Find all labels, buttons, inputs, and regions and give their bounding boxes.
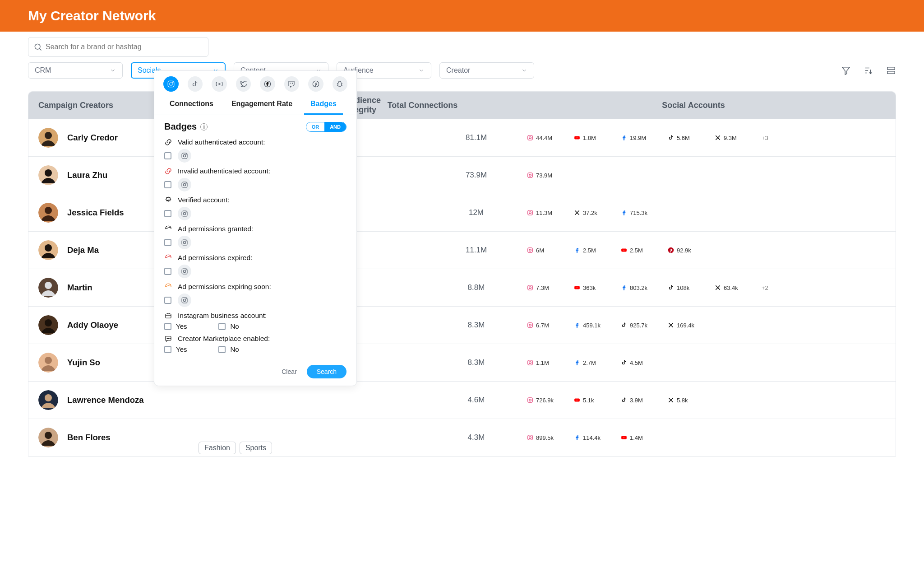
checkbox[interactable] — [164, 152, 171, 159]
svg-point-44 — [45, 394, 52, 401]
fb-icon — [574, 322, 580, 328]
instagram-pill[interactable] — [178, 207, 191, 220]
filter-creator[interactable]: Creator — [439, 62, 534, 79]
toggle-and[interactable]: AND — [324, 122, 346, 131]
total-connections: 4.6M — [434, 396, 518, 405]
svg-point-84 — [167, 338, 168, 339]
snapchat-icon[interactable] — [333, 76, 348, 92]
social-account: 63.4k — [715, 284, 757, 291]
info-icon[interactable]: i — [200, 123, 208, 131]
instagram-icon[interactable] — [163, 76, 179, 92]
social-account: 899.5k — [527, 434, 569, 441]
app-header: My Creator Network — [0, 0, 924, 32]
badge-type-icon — [164, 283, 172, 291]
svg-point-81 — [186, 298, 186, 299]
fb-icon — [574, 434, 580, 441]
checkbox[interactable] — [164, 297, 171, 304]
total-connections: 81.1M — [434, 133, 518, 142]
badge-type-icon — [164, 196, 172, 204]
tiktok-icon[interactable] — [188, 76, 203, 92]
badge-group: Invalid authenticated account: — [164, 167, 346, 191]
avatar — [38, 390, 58, 410]
social-account: 6.7M — [527, 322, 569, 329]
fb-icon — [621, 210, 627, 216]
tab-badges[interactable]: Badges — [304, 94, 343, 115]
social-account: 108k — [668, 284, 710, 291]
search-input[interactable] — [28, 37, 208, 57]
social-account: 9.3M — [715, 135, 757, 141]
yt-icon — [574, 284, 580, 291]
toggle-or[interactable]: OR — [306, 122, 325, 131]
creator-name: Deja Ma — [67, 245, 99, 255]
svg-point-17 — [529, 174, 531, 177]
instagram-pill[interactable] — [178, 294, 191, 307]
tag-chip[interactable]: Sports — [240, 442, 272, 454]
layout-icon[interactable] — [886, 65, 896, 75]
badge-type-icon — [164, 138, 172, 146]
youtube-icon[interactable] — [212, 76, 227, 92]
checkbox[interactable] — [164, 210, 171, 217]
svg-rect-6 — [887, 67, 895, 70]
instagram-pill[interactable] — [178, 265, 191, 278]
instagram-pill[interactable] — [178, 236, 191, 249]
badge-type-icon — [164, 167, 172, 175]
checkbox[interactable] — [164, 323, 171, 330]
pinterest-icon[interactable] — [308, 76, 323, 92]
avatar — [38, 353, 58, 373]
checkbox[interactable] — [164, 268, 171, 275]
ig-icon — [527, 434, 533, 441]
clear-button[interactable]: Clear — [282, 368, 296, 375]
avatar — [38, 165, 58, 185]
search-field[interactable] — [28, 37, 208, 57]
table-row[interactable]: Lawrence Mendoza 4.6M 726.9k5.1k3.9M5.8k — [28, 381, 896, 419]
logic-toggle[interactable]: OR AND — [306, 122, 346, 132]
more-accounts[interactable]: +2 — [762, 284, 804, 291]
checkbox[interactable] — [164, 239, 171, 246]
svg-point-15 — [45, 169, 52, 177]
search-button[interactable]: Search — [307, 365, 346, 378]
svg-rect-10 — [528, 135, 533, 140]
svg-marker-59 — [219, 84, 220, 85]
creator-name: Carly Credor — [67, 133, 118, 143]
badge-type-icon — [164, 254, 172, 262]
svg-rect-31 — [528, 285, 533, 290]
social-account: 726.9k — [527, 397, 569, 404]
instagram-pill[interactable] — [178, 149, 191, 163]
svg-point-50 — [45, 432, 52, 439]
x-icon — [668, 322, 674, 328]
tt-icon — [621, 322, 627, 328]
svg-point-69 — [186, 183, 186, 183]
tab-connections[interactable]: Connections — [163, 94, 220, 115]
facebook-icon[interactable] — [260, 76, 275, 92]
sort-icon[interactable] — [864, 65, 873, 75]
checkbox[interactable] — [164, 346, 171, 353]
tt-icon — [621, 397, 627, 403]
x-icon — [715, 284, 721, 291]
table-row[interactable]: Ben Flores 4.3M 899.5k114.4k1.4M — [28, 419, 896, 456]
tab-engagement[interactable]: Engagement Rate — [225, 94, 299, 115]
twitch-icon[interactable] — [284, 76, 300, 92]
x-icon — [715, 135, 721, 141]
checkbox[interactable] — [164, 181, 171, 188]
x-icon — [574, 210, 580, 216]
filter-crm[interactable]: CRM — [28, 62, 123, 79]
total-connections: 8.8M — [434, 283, 518, 292]
badge-group: Creator Marketplace enabled:YesNo — [164, 335, 346, 353]
checkbox[interactable] — [218, 346, 226, 353]
col-connections[interactable]: Total Connections — [381, 101, 464, 110]
social-account: 19.9M — [621, 135, 663, 141]
tag-chip[interactable]: Fashion — [199, 442, 236, 454]
twitter-icon[interactable] — [236, 76, 251, 92]
filter-icon[interactable] — [841, 65, 851, 75]
social-account: 7.3M — [527, 284, 569, 291]
svg-point-30 — [45, 282, 52, 289]
svg-rect-24 — [528, 248, 533, 253]
social-account: 803.2k — [621, 284, 663, 291]
ig-icon — [527, 359, 533, 366]
more-accounts[interactable]: +3 — [762, 135, 804, 141]
svg-point-40 — [45, 357, 52, 364]
checkbox[interactable] — [218, 323, 226, 330]
instagram-pill[interactable] — [178, 178, 191, 191]
col-social[interactable]: Social Accounts — [464, 101, 896, 110]
svg-point-74 — [183, 241, 185, 243]
